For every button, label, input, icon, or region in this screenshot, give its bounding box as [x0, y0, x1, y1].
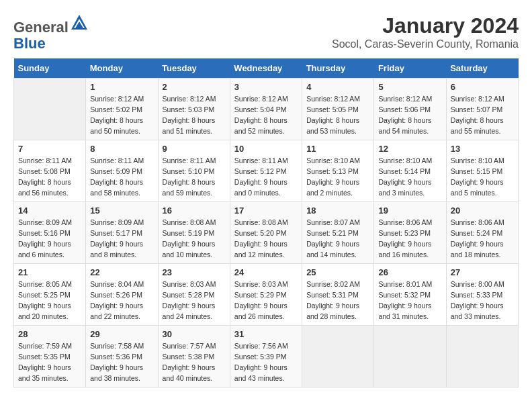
day-number: 11	[306, 144, 369, 154]
location-title: Socol, Caras-Severin County, Romania	[332, 38, 519, 50]
day-info: Sunrise: 8:11 AMSunset: 5:09 PMDaylight:…	[90, 156, 153, 198]
day-number: 20	[451, 205, 514, 216]
calendar-table: SundayMondayTuesdayWednesdayThursdayFrid…	[13, 58, 519, 387]
day-number: 21	[18, 267, 81, 277]
day-number: 19	[378, 205, 441, 216]
calendar-cell: 8Sunrise: 8:11 AMSunset: 5:09 PMDaylight…	[86, 140, 158, 202]
calendar-cell: 14Sunrise: 8:09 AMSunset: 5:16 PMDayligh…	[14, 202, 86, 264]
calendar-cell: 27Sunrise: 8:00 AMSunset: 5:33 PMDayligh…	[446, 264, 518, 326]
day-number: 29	[90, 329, 153, 339]
day-number: 15	[90, 205, 153, 216]
logo: General Blue	[13, 13, 89, 52]
day-info: Sunrise: 8:05 AMSunset: 5:25 PMDaylight:…	[18, 279, 81, 322]
day-info: Sunrise: 8:00 AMSunset: 5:33 PMDaylight:…	[451, 279, 514, 322]
day-info: Sunrise: 7:59 AMSunset: 5:35 PMDaylight:…	[18, 341, 81, 383]
day-number: 25	[306, 267, 369, 277]
calendar-cell: 13Sunrise: 8:10 AMSunset: 5:15 PMDayligh…	[446, 140, 518, 202]
weekday-header-tuesday: Tuesday	[158, 58, 230, 79]
calendar-cell	[302, 326, 374, 387]
day-info: Sunrise: 8:12 AMSunset: 5:02 PMDaylight:…	[90, 94, 153, 136]
day-info: Sunrise: 7:57 AMSunset: 5:38 PMDaylight:…	[163, 341, 226, 383]
calendar-cell: 25Sunrise: 8:02 AMSunset: 5:31 PMDayligh…	[302, 264, 374, 326]
day-number: 31	[234, 329, 298, 339]
week-row-5: 28Sunrise: 7:59 AMSunset: 5:35 PMDayligh…	[14, 326, 519, 387]
calendar-cell: 11Sunrise: 8:10 AMSunset: 5:13 PMDayligh…	[302, 140, 374, 202]
day-number: 10	[234, 144, 298, 154]
day-number: 3	[234, 82, 298, 92]
logo-blue-text: Blue	[13, 35, 46, 52]
weekday-header-sunday: Sunday	[14, 58, 86, 79]
weekday-header-wednesday: Wednesday	[230, 58, 302, 79]
day-info: Sunrise: 8:03 AMSunset: 5:28 PMDaylight:…	[163, 279, 226, 322]
day-info: Sunrise: 8:12 AMSunset: 5:07 PMDaylight:…	[451, 94, 514, 136]
day-number: 7	[18, 144, 81, 154]
day-info: Sunrise: 8:12 AMSunset: 5:05 PMDaylight:…	[306, 94, 369, 136]
calendar-cell: 23Sunrise: 8:03 AMSunset: 5:28 PMDayligh…	[158, 264, 230, 326]
day-info: Sunrise: 8:12 AMSunset: 5:04 PMDaylight:…	[234, 94, 298, 136]
calendar-cell: 30Sunrise: 7:57 AMSunset: 5:38 PMDayligh…	[158, 326, 230, 387]
week-row-1: 1Sunrise: 8:12 AMSunset: 5:02 PMDaylight…	[14, 79, 519, 140]
page-header: General Blue January 2024 Socol, Caras-S…	[13, 13, 519, 52]
calendar-cell: 26Sunrise: 8:01 AMSunset: 5:32 PMDayligh…	[374, 264, 446, 326]
calendar-cell: 3Sunrise: 8:12 AMSunset: 5:04 PMDaylight…	[230, 79, 302, 140]
day-number: 28	[18, 329, 81, 339]
calendar-cell: 31Sunrise: 7:56 AMSunset: 5:39 PMDayligh…	[230, 326, 302, 387]
day-info: Sunrise: 8:08 AMSunset: 5:19 PMDaylight:…	[163, 218, 226, 260]
calendar-cell: 16Sunrise: 8:08 AMSunset: 5:19 PMDayligh…	[158, 202, 230, 264]
logo-icon	[70, 13, 89, 32]
day-info: Sunrise: 8:06 AMSunset: 5:24 PMDaylight:…	[451, 218, 514, 260]
calendar-cell: 24Sunrise: 8:03 AMSunset: 5:29 PMDayligh…	[230, 264, 302, 326]
logo-general-text: General	[13, 19, 69, 36]
day-number: 30	[163, 329, 226, 339]
calendar-cell: 10Sunrise: 8:11 AMSunset: 5:12 PMDayligh…	[230, 140, 302, 202]
calendar-cell	[446, 326, 518, 387]
week-row-3: 14Sunrise: 8:09 AMSunset: 5:16 PMDayligh…	[14, 202, 519, 264]
weekday-header-row: SundayMondayTuesdayWednesdayThursdayFrid…	[14, 58, 519, 79]
month-title: January 2024	[332, 13, 519, 38]
calendar-cell	[374, 326, 446, 387]
calendar-cell: 19Sunrise: 8:06 AMSunset: 5:23 PMDayligh…	[374, 202, 446, 264]
day-number: 1	[90, 82, 153, 92]
day-number: 14	[18, 205, 81, 216]
day-number: 17	[234, 205, 298, 216]
day-info: Sunrise: 8:12 AMSunset: 5:06 PMDaylight:…	[378, 94, 441, 136]
calendar-cell: 22Sunrise: 8:04 AMSunset: 5:26 PMDayligh…	[86, 264, 158, 326]
day-number: 9	[163, 144, 226, 154]
day-number: 16	[163, 205, 226, 216]
calendar-cell: 1Sunrise: 8:12 AMSunset: 5:02 PMDaylight…	[86, 79, 158, 140]
day-info: Sunrise: 8:09 AMSunset: 5:17 PMDaylight:…	[90, 218, 153, 260]
calendar-cell: 4Sunrise: 8:12 AMSunset: 5:05 PMDaylight…	[302, 79, 374, 140]
calendar-cell: 20Sunrise: 8:06 AMSunset: 5:24 PMDayligh…	[446, 202, 518, 264]
weekday-header-monday: Monday	[86, 58, 158, 79]
day-number: 13	[451, 144, 514, 154]
calendar-cell: 9Sunrise: 8:11 AMSunset: 5:10 PMDaylight…	[158, 140, 230, 202]
calendar-cell	[14, 79, 86, 140]
day-info: Sunrise: 8:08 AMSunset: 5:20 PMDaylight:…	[234, 218, 298, 260]
day-number: 24	[234, 267, 298, 277]
day-info: Sunrise: 8:02 AMSunset: 5:31 PMDaylight:…	[306, 279, 369, 322]
day-number: 23	[163, 267, 226, 277]
calendar-cell: 17Sunrise: 8:08 AMSunset: 5:20 PMDayligh…	[230, 202, 302, 264]
day-info: Sunrise: 8:10 AMSunset: 5:14 PMDaylight:…	[378, 156, 441, 198]
day-number: 5	[378, 82, 441, 92]
day-info: Sunrise: 8:07 AMSunset: 5:21 PMDaylight:…	[306, 218, 369, 260]
day-info: Sunrise: 8:10 AMSunset: 5:15 PMDaylight:…	[451, 156, 514, 198]
day-info: Sunrise: 8:04 AMSunset: 5:26 PMDaylight:…	[90, 279, 153, 322]
calendar-cell: 6Sunrise: 8:12 AMSunset: 5:07 PMDaylight…	[446, 79, 518, 140]
week-row-2: 7Sunrise: 8:11 AMSunset: 5:08 PMDaylight…	[14, 140, 519, 202]
day-info: Sunrise: 8:06 AMSunset: 5:23 PMDaylight:…	[378, 218, 441, 260]
calendar-cell: 21Sunrise: 8:05 AMSunset: 5:25 PMDayligh…	[14, 264, 86, 326]
calendar-cell: 29Sunrise: 7:58 AMSunset: 5:36 PMDayligh…	[86, 326, 158, 387]
weekday-header-friday: Friday	[374, 58, 446, 79]
weekday-header-thursday: Thursday	[302, 58, 374, 79]
title-section: January 2024 Socol, Caras-Severin County…	[332, 13, 519, 50]
day-info: Sunrise: 8:03 AMSunset: 5:29 PMDaylight:…	[234, 279, 298, 322]
calendar-cell: 5Sunrise: 8:12 AMSunset: 5:06 PMDaylight…	[374, 79, 446, 140]
day-info: Sunrise: 7:56 AMSunset: 5:39 PMDaylight:…	[234, 341, 298, 383]
calendar-cell: 28Sunrise: 7:59 AMSunset: 5:35 PMDayligh…	[14, 326, 86, 387]
day-number: 27	[451, 267, 514, 277]
day-number: 26	[378, 267, 441, 277]
day-info: Sunrise: 8:11 AMSunset: 5:08 PMDaylight:…	[18, 156, 81, 198]
calendar-cell: 7Sunrise: 8:11 AMSunset: 5:08 PMDaylight…	[14, 140, 86, 202]
week-row-4: 21Sunrise: 8:05 AMSunset: 5:25 PMDayligh…	[14, 264, 519, 326]
